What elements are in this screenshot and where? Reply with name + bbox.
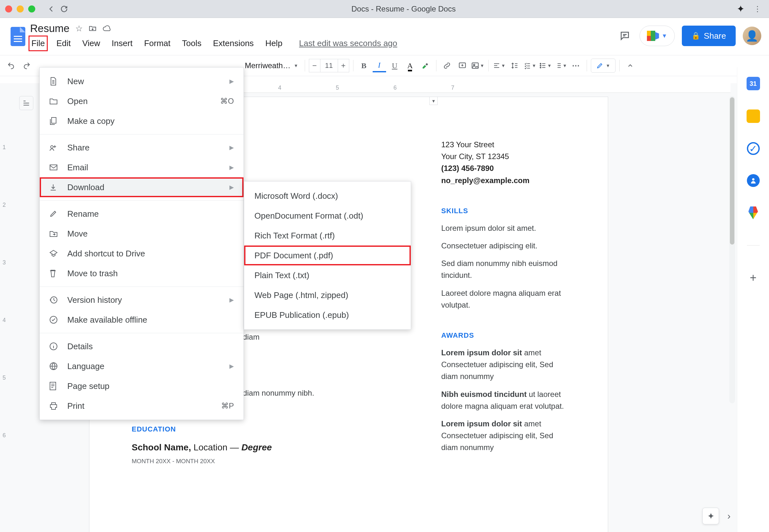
move-to-folder-icon[interactable] (88, 24, 97, 33)
menu-file[interactable]: File (30, 37, 46, 50)
keep-icon[interactable] (747, 109, 760, 123)
caret-down-icon: ▼ (562, 63, 567, 68)
caret-down-icon: ▼ (532, 63, 536, 68)
download-html[interactable]: Web Page (.html, zipped) (244, 285, 411, 305)
insert-image-button[interactable]: ▼ (471, 59, 484, 72)
insert-link-button[interactable] (440, 59, 454, 72)
maximize-window-button[interactable] (28, 5, 35, 12)
docs-logo[interactable] (8, 22, 28, 51)
file-rename[interactable]: Rename (40, 204, 244, 224)
file-new[interactable]: New ▶ (40, 71, 244, 91)
menu-extensions[interactable]: Extensions (212, 37, 255, 50)
font-size-input[interactable]: 11 (320, 59, 338, 72)
expand-margin-button[interactable]: ▾ (429, 97, 438, 105)
explore-button[interactable]: ✦ (702, 508, 719, 524)
ruler-tick: 6 (3, 432, 6, 439)
menu-edit[interactable]: Edit (55, 37, 72, 50)
underline-button[interactable]: U (388, 59, 401, 72)
italic-button[interactable]: I (373, 59, 386, 72)
tasks-icon[interactable]: ✓ (747, 142, 760, 155)
file-email[interactable]: Email ▶ (40, 157, 244, 177)
outline-toggle-button[interactable] (19, 96, 33, 110)
font-size-group: − 11 + (309, 59, 349, 72)
print-icon (49, 402, 59, 410)
maps-icon[interactable] (747, 206, 760, 220)
paragraph: Lorem ipsum dolor sit amet Consectetuer … (441, 347, 569, 383)
file-language[interactable]: Language ▶ (40, 356, 244, 376)
download-txt[interactable]: Plain Text (.txt) (244, 265, 411, 285)
menu-help[interactable]: Help (264, 37, 284, 50)
menu-insert[interactable]: Insert (110, 37, 134, 50)
info-icon (49, 342, 59, 351)
add-comment-button[interactable] (456, 59, 469, 72)
awards-heading: Awards (441, 330, 569, 341)
numbered-list-button[interactable]: ▼ (554, 59, 567, 72)
file-trash[interactable]: Move to trash (40, 263, 244, 283)
file-move[interactable]: Move (40, 224, 244, 244)
menu-separator (40, 200, 244, 201)
back-button[interactable] (45, 3, 58, 15)
file-download[interactable]: Download ▶ (40, 177, 244, 197)
editing-mode-button[interactable]: ▼ (591, 59, 616, 73)
download-pdf[interactable]: PDF Document (.pdf) (244, 246, 411, 265)
ruler-vertical[interactable]: 1 2 3 4 5 6 (0, 93, 10, 532)
redo-button[interactable] (20, 59, 33, 72)
submenu-arrow-icon: ▶ (230, 363, 234, 370)
bulleted-list-button[interactable]: ▼ (538, 59, 552, 72)
paragraph: Laoreet dolore magna aliquam erat volutp… (441, 287, 569, 311)
download-epub[interactable]: EPUB Publication (.epub) (244, 305, 411, 325)
reload-button[interactable] (58, 3, 70, 15)
file-open[interactable]: Open ⌘O (40, 91, 244, 111)
file-print[interactable]: Print ⌘P (40, 396, 244, 416)
file-share[interactable]: Share ▶ (40, 138, 244, 157)
browser-chrome: Docs - Resume - Google Docs ✦ ⋮ (0, 0, 769, 18)
file-version-history[interactable]: Version history ▶ (40, 290, 244, 310)
more-button[interactable]: ⋯ (569, 59, 583, 72)
download-odt[interactable]: OpenDocument Format (.odt) (244, 206, 411, 226)
last-edit-link[interactable]: Last edit was seconds ago (299, 38, 397, 48)
checklist-button[interactable]: ▼ (523, 59, 537, 72)
font-size-decrease[interactable]: − (309, 59, 320, 72)
comment-history-button[interactable] (617, 28, 633, 44)
download-rtf[interactable]: Rich Text Format (.rtf) (244, 226, 411, 246)
font-size-increase[interactable]: + (338, 59, 349, 72)
separator (747, 245, 760, 246)
download-docx[interactable]: Microsoft Word (.docx) (244, 186, 411, 206)
ruler-tick: 3 (3, 259, 6, 266)
file-details[interactable]: Details (40, 336, 244, 356)
cloud-status-icon[interactable] (102, 25, 112, 32)
document-title[interactable]: Resume (30, 22, 69, 35)
collapse-toolbar-button[interactable] (624, 59, 637, 72)
undo-button[interactable] (4, 59, 18, 72)
ruler-tick: 4 (278, 85, 281, 91)
share-button[interactable]: 🔒 Share (682, 26, 736, 46)
font-family-select[interactable]: Merriweath… ▼ (242, 61, 301, 70)
star-icon[interactable]: ☆ (75, 24, 83, 34)
scrollbar-vertical[interactable] (729, 96, 735, 403)
globe-icon (49, 362, 59, 370)
file-make-copy[interactable]: Make a copy (40, 111, 244, 131)
chrome-kebab-icon[interactable]: ⋮ (751, 3, 764, 15)
hide-side-panel-button[interactable]: › (727, 511, 731, 521)
text-color-button[interactable]: A (403, 59, 417, 72)
contacts-icon[interactable] (747, 174, 760, 187)
svg-point-3 (540, 63, 541, 64)
file-add-shortcut[interactable]: Add shortcut to Drive (40, 244, 244, 263)
align-button[interactable]: ▼ (492, 59, 506, 72)
menu-view[interactable]: View (81, 37, 101, 50)
file-page-setup[interactable]: Page setup (40, 376, 244, 396)
close-window-button[interactable] (5, 5, 12, 12)
account-avatar[interactable]: 👤 (743, 27, 761, 45)
minimize-window-button[interactable] (17, 5, 24, 12)
menu-tools[interactable]: Tools (181, 37, 203, 50)
meet-button[interactable]: ▼ (640, 26, 675, 46)
bold-button[interactable]: B (357, 59, 371, 72)
scrollbar-thumb[interactable] (730, 97, 734, 245)
menu-format[interactable]: Format (143, 37, 172, 50)
add-addon-button[interactable]: + (750, 271, 757, 285)
line-spacing-button[interactable] (508, 59, 521, 72)
extensions-icon[interactable]: ✦ (737, 3, 745, 14)
highlight-button[interactable] (419, 59, 432, 72)
file-offline[interactable]: Make available offline (40, 310, 244, 330)
calendar-icon[interactable]: 31 (747, 77, 760, 90)
